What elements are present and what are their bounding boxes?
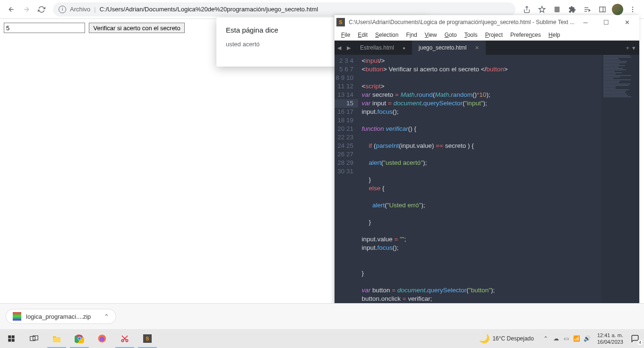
svg-rect-12 [12,339,15,342]
tab-close-icon[interactable]: × [475,44,479,51]
clock-date: 16/04/2023 [597,339,623,345]
chevron-up-icon[interactable]: ⌃ [104,313,109,320]
clock-time: 12:41 a. m. [597,332,623,339]
svg-point-17 [78,337,81,340]
dirty-dot-icon: ● [403,45,405,51]
close-button[interactable]: ✕ [617,15,637,29]
forward-button[interactable] [20,3,33,16]
address-bar[interactable]: i Archivo | C:/Users/Adrian/Documents/Lo… [53,2,515,17]
tray-battery-icon[interactable]: ▭ [561,335,572,342]
menu-view[interactable]: View [421,31,441,39]
menu-selection[interactable]: Selection [371,31,402,39]
menu-icon[interactable] [626,3,639,16]
sublime-app-icon: S [336,18,345,26]
back-button[interactable] [5,3,18,16]
menu-goto[interactable]: Goto [441,31,461,39]
tab-juego-secreto[interactable]: juego_secreto.html× [412,41,486,55]
menu-edit[interactable]: Edit [354,31,371,39]
pdf-icon[interactable] [550,3,564,16]
svg-point-7 [632,8,633,9]
task-view-icon[interactable] [23,329,45,348]
line-gutter: 2 3 4 5 6 7 8 9 10 11 12 13 14 15 16 17 … [335,55,358,315]
download-item[interactable]: logica_programaci....zip ⌃ [6,309,116,324]
download-bar: logica_programaci....zip ⌃ [0,303,644,329]
snip-icon[interactable] [113,329,136,348]
sublime-window: S C:\Users\Adrian\Documents\Logica de pr… [335,15,639,327]
svg-point-6 [632,7,633,8]
menu-find[interactable]: Find [402,31,421,39]
minimap[interactable] [601,55,639,315]
system-clock[interactable]: 12:41 a. m. 16/04/2023 [597,332,623,345]
windows-taskbar: S 🌙 16°C Despejado ⌃ ☁ ▭ 📶 🔊 12:41 a. m.… [0,329,644,348]
weather-desc: Despejado [507,335,534,342]
firefox-icon[interactable] [91,329,113,348]
explorer-icon[interactable] [45,329,68,348]
tray-onedrive-icon[interactable]: ☁ [551,335,561,342]
guess-input[interactable] [4,23,85,33]
svg-rect-4 [600,7,605,12]
tray-volume-icon[interactable]: 🔊 [582,335,592,342]
reload-button[interactable] [35,3,48,16]
start-button[interactable] [0,329,23,348]
minimize-button[interactable]: ─ [575,15,596,29]
sublime-tabs: ◀ ▶ Estrellas.html● juego_secreto.html× … [335,41,639,55]
sublime-title-text: C:\Users\Adrian\Documents\Logica de prog… [349,19,575,25]
svg-rect-10 [12,335,15,338]
addr-scheme: Archivo [70,6,90,13]
file-icon [13,312,21,321]
maximize-button[interactable]: ☐ [596,15,617,29]
weather-temp: 16°C [492,335,505,342]
tab-next-icon[interactable]: ▶ [344,41,353,55]
weather-widget[interactable]: 🌙 16°C Despejado [479,333,534,344]
sublime-titlebar[interactable]: S C:\Users\Adrian\Documents\Logica de pr… [335,15,639,29]
addr-url: C:/Users/Adrian/Documents/Logica%20de%20… [100,6,318,13]
code-area[interactable]: <input/> <button> Verificar si acerto co… [358,55,639,315]
star-icon[interactable] [535,3,549,16]
tab-estrellas[interactable]: Estrellas.html● [353,41,412,55]
menu-tools[interactable]: Tools [461,31,481,39]
extensions-icon[interactable] [566,3,579,16]
chrome-icon[interactable] [68,329,91,348]
download-filename: logica_programaci....zip [26,313,91,320]
new-tab-icon[interactable]: + [626,44,629,51]
menu-preferences[interactable]: Preferences [507,31,545,39]
svg-rect-9 [8,335,11,338]
code-editor[interactable]: 2 3 4 5 6 7 8 9 10 11 12 13 14 15 16 17 … [335,55,639,315]
weather-moon-icon: 🌙 [479,333,489,344]
svg-point-8 [632,11,633,12]
svg-point-19 [100,337,104,341]
tab-prev-icon[interactable]: ◀ [335,41,344,55]
menu-project[interactable]: Project [481,31,507,39]
sublime-taskbar-icon[interactable]: S [136,329,159,348]
tab-menu-icon[interactable]: ▾ [632,44,635,51]
tray-chevron-icon[interactable]: ⌃ [541,335,551,342]
sidepanel-icon[interactable] [596,3,609,16]
menu-file[interactable]: File [337,31,354,39]
svg-rect-11 [8,339,11,342]
svg-rect-0 [555,7,560,12]
share-icon[interactable] [520,3,533,16]
verify-button[interactable]: Verificar si acerto con el secreto [89,23,184,33]
sublime-menubar: File Edit Selection Find View Goto Tools… [335,29,639,41]
profile-avatar[interactable] [612,4,623,15]
menu-help[interactable]: Help [545,31,564,39]
tray-wifi-icon[interactable]: 📶 [572,335,582,342]
notif-badge: 4 [638,340,642,345]
playlist-icon[interactable] [581,3,594,16]
notifications-icon[interactable]: 4 [628,331,642,346]
info-icon: i [59,6,66,13]
